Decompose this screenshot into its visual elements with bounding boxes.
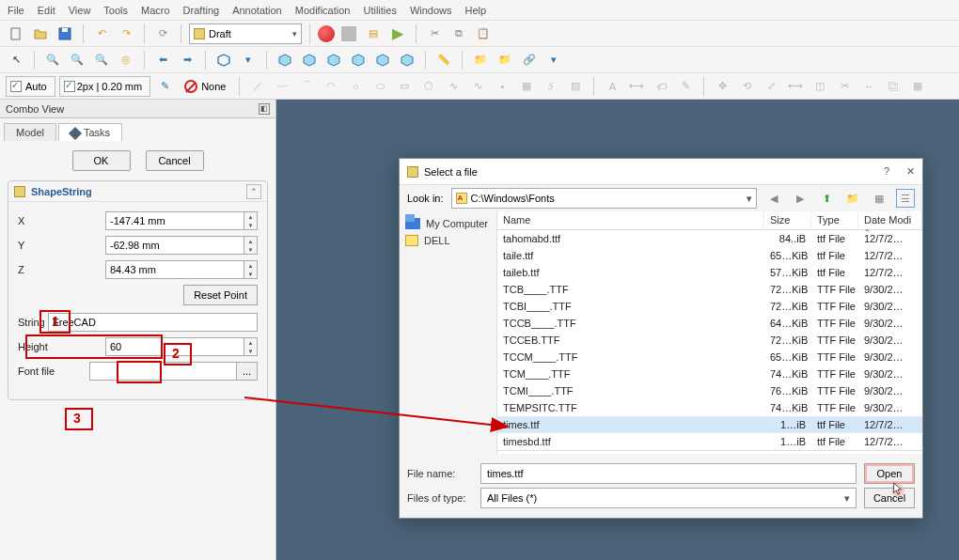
detail-view-icon[interactable]: ☰ (896, 189, 915, 208)
draft-facebinder-icon[interactable]: ▦ (516, 76, 537, 97)
place-item[interactable]: My Computer (403, 215, 493, 232)
menu-windows[interactable]: Windows (410, 5, 452, 16)
workbench-selector[interactable]: Draft (189, 23, 302, 44)
draft-bspline-icon[interactable]: ∿ (443, 76, 464, 97)
draft-fillet-icon[interactable]: ⌒ (296, 76, 317, 97)
cancel-button[interactable]: Cancel (146, 150, 204, 171)
annot-text-icon[interactable]: A (602, 76, 622, 97)
draft-line-icon[interactable]: ／ (247, 76, 268, 97)
menu-file[interactable]: File (8, 5, 24, 16)
mod-clone-icon[interactable]: ⿻ (883, 76, 904, 97)
open-file-icon[interactable] (30, 23, 51, 44)
zoom-fit-icon[interactable]: 🔍 (42, 50, 63, 70)
draft-wire-icon[interactable]: 〰 (272, 76, 292, 97)
file-row[interactable]: times.ttf1…iBttf File12/7/2… (497, 416, 922, 433)
file-row[interactable]: TCCEB.TTF72…KiBTTF File9/30/2… (497, 332, 922, 349)
ok-button[interactable]: OK (72, 150, 131, 171)
mod-mirror-icon[interactable]: ⟷ (785, 76, 806, 97)
z-spinner[interactable]: ▲▼ (244, 260, 258, 279)
font-file-input[interactable] (89, 362, 237, 381)
draft-arc-icon[interactable]: ◠ (321, 76, 341, 97)
menu-utilities[interactable]: Utilities (363, 5, 396, 16)
play-macro-icon[interactable]: ▶ (387, 23, 408, 44)
cursor-icon[interactable]: ↖ (6, 50, 26, 70)
cancel-file-button[interactable]: Cancel (864, 488, 915, 508)
filter-combo[interactable]: All Files (*)▾ (480, 488, 857, 508)
menu-tools[interactable]: Tools (103, 5, 128, 16)
draft-bezier-icon[interactable]: ∿ (467, 76, 488, 97)
filename-input[interactable] (480, 463, 857, 484)
place-item[interactable]: DELL (403, 232, 493, 249)
y-input[interactable] (105, 236, 244, 255)
line-style-button[interactable]: 2px | 0.20 mm (59, 76, 151, 97)
menu-view[interactable]: View (69, 5, 91, 16)
menu-drafting[interactable]: Drafting (183, 5, 220, 16)
menu-help[interactable]: Help (465, 5, 487, 16)
draft-shapestring-icon[interactable]: 𝑆 (541, 76, 561, 97)
file-row[interactable]: TCCB____.TTF64…KiBTTF File9/30/2… (497, 315, 922, 332)
nav-icon[interactable]: ◎ (116, 50, 136, 70)
paste-icon[interactable]: 📋 (473, 23, 494, 44)
file-row[interactable]: TCBI____.TTF72…KiBTTF File9/30/2… (497, 298, 922, 315)
view-dropdown-icon[interactable]: ▾ (238, 50, 259, 70)
draft-ellipse-icon[interactable]: ⬭ (369, 76, 390, 97)
tab-tasks[interactable]: Tasks (58, 123, 122, 141)
file-row[interactable]: TCMI____.TTF76…KiBTTF File9/30/2… (497, 382, 922, 399)
save-icon[interactable] (55, 23, 75, 44)
view-left-icon[interactable] (397, 50, 417, 70)
font-browse-button[interactable]: ... (237, 362, 258, 381)
stop-macro-icon[interactable] (338, 23, 359, 44)
close-icon[interactable]: ✕ (906, 165, 915, 178)
back-icon[interactable]: ◀ (764, 189, 783, 208)
collapse-icon[interactable]: ⌃ (246, 184, 261, 199)
arrow-left-icon[interactable]: ⬅ (152, 50, 173, 70)
string-input[interactable] (48, 313, 258, 332)
mod-stretch-icon[interactable]: ↔ (858, 76, 879, 97)
part-icon[interactable]: 📁 (470, 50, 491, 70)
x-input[interactable] (105, 211, 244, 230)
zoom-icon[interactable]: 🔍 (91, 50, 112, 70)
list-view-icon[interactable]: ▦ (870, 189, 888, 208)
view-top-icon[interactable] (299, 50, 320, 70)
new-folder-icon[interactable]: 📁 (843, 189, 862, 208)
group-icon[interactable]: 📁 (495, 50, 515, 70)
file-row[interactable]: tahomabd.ttf84..iBttf File12/7/2… (497, 230, 922, 247)
view-front-icon[interactable] (275, 50, 295, 70)
draft-rect-icon[interactable]: ▭ (394, 76, 415, 97)
file-row[interactable]: taile.ttf65…KiBttf File12/7/2… (497, 247, 922, 264)
undo-icon[interactable]: ↶ (91, 23, 112, 44)
file-row[interactable]: timesbd.ttf1…iBttf File12/7/2… (497, 433, 922, 450)
construction-icon[interactable]: ✎ (154, 76, 175, 97)
link-dropdown-icon[interactable]: ▾ (543, 50, 564, 70)
view-rear-icon[interactable] (348, 50, 369, 70)
file-row[interactable]: TCCM____.TTF65…KiBTTF File9/30/2… (497, 349, 922, 366)
file-row[interactable]: TCB____.TTF72…KiBTTF File9/30/2… (497, 281, 922, 298)
up-icon[interactable]: ⬆ (817, 189, 836, 208)
copy-icon[interactable]: ⧉ (448, 23, 469, 44)
z-input[interactable] (105, 260, 244, 279)
iso-view-icon[interactable] (213, 50, 234, 70)
mod-move-icon[interactable]: ✥ (712, 76, 732, 97)
mod-offset-icon[interactable]: ◫ (810, 76, 830, 97)
mod-array-icon[interactable]: ▦ (907, 76, 928, 97)
forward-icon[interactable]: ▶ (791, 189, 810, 208)
panel-float-icon[interactable]: ◧ (259, 103, 270, 115)
file-list-header[interactable]: Name Size Type Date Modi ⌃ (497, 211, 922, 230)
mod-trim-icon[interactable]: ✂ (834, 76, 855, 97)
view-right-icon[interactable] (323, 50, 344, 70)
new-file-icon[interactable] (6, 23, 26, 44)
open-button[interactable]: Open (864, 463, 915, 484)
draft-polygon-icon[interactable]: ⬠ (418, 76, 439, 97)
zoom-select-icon[interactable]: 🔍 (67, 50, 87, 70)
draft-point-icon[interactable]: • (492, 76, 512, 97)
file-row[interactable]: TEMPSITC.TTF74…KiBTTF File9/30/2… (497, 399, 922, 416)
mod-rotate-icon[interactable]: ⟲ (736, 76, 757, 97)
height-spinner[interactable]: ▲▼ (244, 337, 258, 356)
annot-label-icon[interactable]: 🏷 (651, 76, 671, 97)
look-in-combo[interactable]: AC:\Windows\Fonts▾ (451, 188, 757, 209)
macros-icon[interactable]: ▤ (363, 23, 384, 44)
menu-modification[interactable]: Modification (295, 5, 351, 16)
measure-icon[interactable]: 📏 (433, 50, 454, 70)
record-macro-icon[interactable] (318, 25, 335, 42)
none-button[interactable]: None (179, 76, 231, 97)
